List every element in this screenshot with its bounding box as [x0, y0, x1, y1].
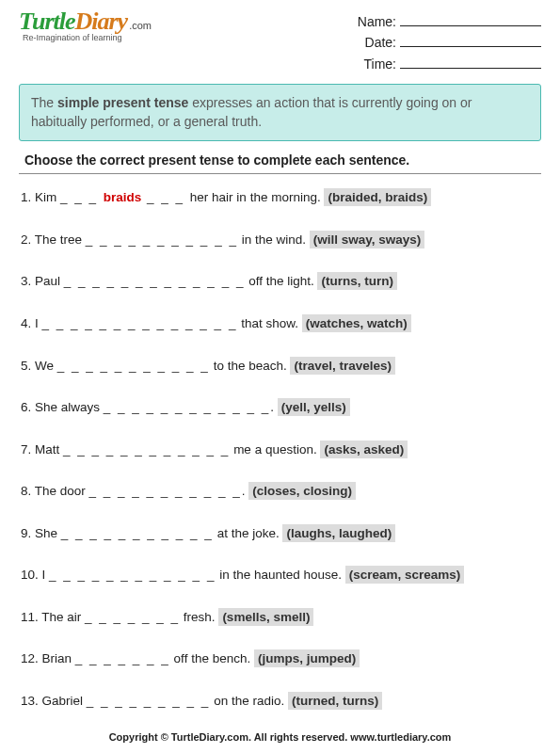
question-item: 5. We _ _ _ _ _ _ _ _ _ _ _ to the beach…	[21, 358, 539, 375]
info-bold: simple present tense	[57, 95, 188, 110]
field-date-line	[400, 46, 541, 47]
field-time-line	[400, 68, 541, 69]
question-item: 11. The air _ _ _ _ _ _ _ fresh. (smells…	[21, 609, 539, 626]
question-list: 1. Kim _ _ _ braids _ _ _ her hair in th…	[19, 189, 541, 709]
question-item: 8. The door _ _ _ _ _ _ _ _ _ _ _. (clos…	[21, 483, 539, 500]
header: Turtle Diary .com Re-Imagination of lear…	[19, 8, 541, 74]
question-item: 10. I _ _ _ _ _ _ _ _ _ _ _ _ in the hau…	[21, 567, 539, 584]
question-item: 6. She always _ _ _ _ _ _ _ _ _ _ _ _. (…	[21, 399, 539, 416]
field-name-line	[400, 25, 541, 26]
question-item: 7. Matt _ _ _ _ _ _ _ _ _ _ _ _ me a que…	[21, 441, 539, 458]
question-item: 12. Brian _ _ _ _ _ _ _ off the bench. (…	[21, 650, 539, 667]
footer: Copyright © TurtleDiary.com. All rights …	[0, 731, 560, 743]
logo-tagline: Re-Imagination of learning	[23, 33, 152, 42]
question-item: 9. She _ _ _ _ _ _ _ _ _ _ _ at the joke…	[21, 525, 539, 542]
info-box: The simple present tense expresses an ac…	[19, 84, 541, 141]
info-pre: The	[31, 95, 57, 110]
instruction: Choose the correct present tense to comp…	[24, 152, 541, 168]
field-date-label: Date:	[349, 32, 396, 53]
student-fields: Name: Date: Time:	[349, 8, 541, 74]
field-time-label: Time:	[349, 54, 396, 74]
logo-top: Turtle Diary .com	[19, 8, 152, 36]
logo-turtle: Turtle	[19, 8, 74, 36]
question-item: 4. I _ _ _ _ _ _ _ _ _ _ _ _ _ _ that sh…	[21, 315, 539, 332]
logo: Turtle Diary .com Re-Imagination of lear…	[19, 8, 152, 42]
logo-diary: Diary	[74, 8, 127, 36]
field-name-label: Name:	[349, 11, 396, 32]
question-item: 3. Paul _ _ _ _ _ _ _ _ _ _ _ _ _ off th…	[21, 273, 539, 290]
question-item: 1. Kim _ _ _ braids _ _ _ her hair in th…	[21, 189, 539, 206]
question-item: 13. Gabriel _ _ _ _ _ _ _ _ _ on the rad…	[21, 693, 539, 710]
question-item: 2. The tree _ _ _ _ _ _ _ _ _ _ _ in the…	[21, 232, 539, 248]
separator	[19, 173, 541, 174]
